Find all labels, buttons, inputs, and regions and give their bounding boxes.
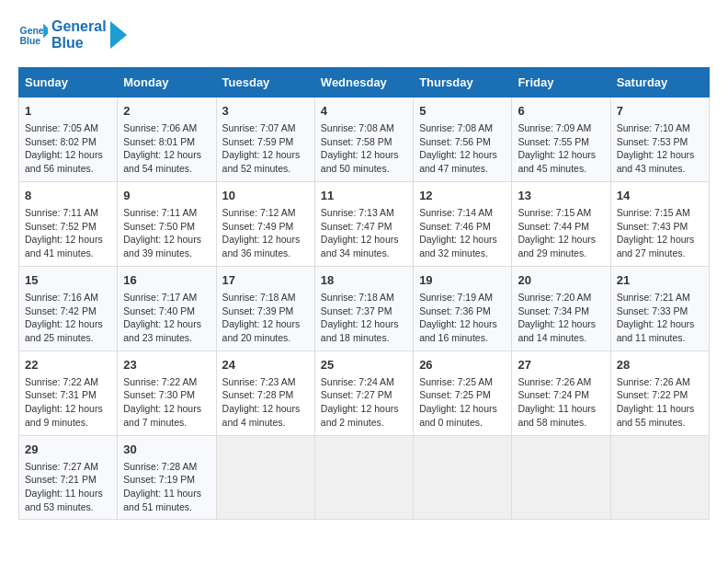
sunrise-label: Sunrise: 7:26 AM bbox=[617, 376, 690, 387]
sunset-label: Sunset: 7:40 PM bbox=[123, 305, 195, 316]
sunset-label: Sunset: 7:24 PM bbox=[518, 389, 589, 400]
daylight-label: Daylight: 12 hours and 4 minutes. bbox=[222, 403, 301, 428]
sunset-label: Sunset: 7:27 PM bbox=[321, 389, 392, 400]
weekday-header: Thursday bbox=[414, 67, 512, 97]
sunset-label: Sunset: 7:36 PM bbox=[419, 305, 491, 316]
calendar-day-cell: 15Sunrise: 7:16 AMSunset: 7:42 PMDayligh… bbox=[19, 266, 118, 350]
sunrise-label: Sunrise: 7:22 AM bbox=[123, 376, 197, 387]
sunset-label: Sunset: 7:53 PM bbox=[617, 136, 688, 147]
sunrise-label: Sunrise: 7:08 AM bbox=[419, 122, 493, 133]
sunset-label: Sunset: 7:44 PM bbox=[518, 221, 589, 232]
calendar-day-cell: 23Sunrise: 7:22 AMSunset: 7:30 PMDayligh… bbox=[118, 350, 216, 435]
sunrise-label: Sunrise: 7:19 AM bbox=[419, 292, 493, 303]
sunrise-label: Sunrise: 7:26 AM bbox=[518, 376, 591, 387]
daylight-label: Daylight: 12 hours and 29 minutes. bbox=[518, 234, 596, 259]
calendar-day-cell: 5Sunrise: 7:08 AMSunset: 7:56 PMDaylight… bbox=[414, 97, 512, 181]
sunset-label: Sunset: 7:50 PM bbox=[123, 221, 195, 232]
day-number: 30 bbox=[123, 442, 210, 458]
weekday-header: Monday bbox=[118, 67, 216, 97]
calendar-day-cell: 28Sunrise: 7:26 AMSunset: 7:22 PMDayligh… bbox=[610, 350, 709, 435]
calendar-day-cell: 30Sunrise: 7:28 AMSunset: 7:19 PMDayligh… bbox=[118, 435, 216, 520]
weekday-header: Saturday bbox=[610, 67, 709, 97]
weekday-header: Sunday bbox=[19, 67, 118, 97]
daylight-label: Daylight: 12 hours and 11 minutes. bbox=[617, 318, 695, 343]
svg-marker-3 bbox=[110, 21, 127, 49]
sunrise-label: Sunrise: 7:11 AM bbox=[123, 207, 197, 218]
daylight-label: Daylight: 11 hours and 51 minutes. bbox=[123, 488, 201, 512]
sunset-label: Sunset: 7:58 PM bbox=[321, 136, 392, 147]
sunrise-label: Sunrise: 7:06 AM bbox=[123, 122, 197, 133]
sunrise-label: Sunrise: 7:24 AM bbox=[321, 376, 394, 387]
day-number: 14 bbox=[617, 188, 703, 204]
day-number: 11 bbox=[321, 188, 407, 204]
calendar-week-row: 15Sunrise: 7:16 AMSunset: 7:42 PMDayligh… bbox=[19, 266, 710, 350]
calendar-day-cell: 3Sunrise: 7:07 AMSunset: 7:59 PMDaylight… bbox=[216, 97, 314, 181]
calendar-day-cell: 2Sunrise: 7:06 AMSunset: 8:01 PMDaylight… bbox=[118, 97, 216, 181]
sunrise-label: Sunrise: 7:07 AM bbox=[222, 122, 296, 133]
sunrise-label: Sunrise: 7:23 AM bbox=[222, 376, 296, 387]
sunrise-label: Sunrise: 7:20 AM bbox=[518, 292, 591, 303]
calendar-day-cell bbox=[414, 435, 512, 520]
calendar-day-cell: 14Sunrise: 7:15 AMSunset: 7:43 PMDayligh… bbox=[610, 181, 709, 266]
sunrise-label: Sunrise: 7:11 AM bbox=[25, 207, 98, 218]
sunrise-label: Sunrise: 7:05 AM bbox=[25, 122, 98, 133]
daylight-label: Daylight: 12 hours and 47 minutes. bbox=[419, 149, 497, 174]
day-number: 28 bbox=[617, 357, 703, 373]
daylight-label: Daylight: 12 hours and 27 minutes. bbox=[617, 234, 695, 259]
day-number: 1 bbox=[25, 103, 111, 120]
calendar-day-cell: 13Sunrise: 7:15 AMSunset: 7:44 PMDayligh… bbox=[512, 181, 610, 266]
calendar-table: SundayMondayTuesdayWednesdayThursdayFrid… bbox=[18, 67, 710, 521]
calendar-header: SundayMondayTuesdayWednesdayThursdayFrid… bbox=[19, 67, 710, 97]
sunrise-label: Sunrise: 7:12 AM bbox=[222, 207, 296, 218]
calendar-day-cell bbox=[216, 435, 314, 520]
logo: General Blue General Blue bbox=[18, 18, 127, 52]
sunset-label: Sunset: 7:25 PM bbox=[419, 389, 491, 400]
sunrise-label: Sunrise: 7:21 AM bbox=[617, 292, 690, 303]
day-number: 4 bbox=[321, 103, 407, 120]
daylight-label: Daylight: 12 hours and 16 minutes. bbox=[419, 318, 497, 343]
sunset-label: Sunset: 7:55 PM bbox=[518, 136, 589, 147]
day-number: 19 bbox=[419, 272, 506, 289]
daylight-label: Daylight: 12 hours and 9 minutes. bbox=[25, 403, 103, 428]
daylight-label: Daylight: 12 hours and 7 minutes. bbox=[123, 403, 201, 428]
sunset-label: Sunset: 7:30 PM bbox=[123, 389, 195, 400]
calendar-day-cell bbox=[512, 435, 610, 520]
day-number: 16 bbox=[123, 272, 210, 289]
day-number: 25 bbox=[321, 357, 407, 373]
day-number: 20 bbox=[518, 272, 604, 289]
sunset-label: Sunset: 7:33 PM bbox=[617, 305, 688, 316]
calendar-day-cell bbox=[610, 435, 709, 520]
daylight-label: Daylight: 12 hours and 32 minutes. bbox=[419, 234, 497, 259]
daylight-label: Daylight: 12 hours and 52 minutes. bbox=[222, 149, 301, 174]
sunrise-label: Sunrise: 7:10 AM bbox=[617, 122, 690, 133]
sunset-label: Sunset: 7:39 PM bbox=[222, 305, 294, 316]
sunset-label: Sunset: 7:43 PM bbox=[617, 221, 688, 232]
day-number: 5 bbox=[419, 103, 506, 120]
sunrise-label: Sunrise: 7:15 AM bbox=[518, 207, 591, 218]
sunrise-label: Sunrise: 7:13 AM bbox=[321, 207, 394, 218]
daylight-label: Daylight: 12 hours and 23 minutes. bbox=[123, 318, 201, 343]
daylight-label: Daylight: 12 hours and 18 minutes. bbox=[321, 318, 399, 343]
calendar-day-cell: 24Sunrise: 7:23 AMSunset: 7:28 PMDayligh… bbox=[216, 350, 314, 435]
sunrise-label: Sunrise: 7:15 AM bbox=[617, 207, 690, 218]
day-number: 17 bbox=[222, 272, 309, 289]
day-number: 9 bbox=[123, 188, 210, 204]
logo-line2: Blue bbox=[51, 35, 107, 52]
sunset-label: Sunset: 7:46 PM bbox=[419, 221, 491, 232]
day-number: 6 bbox=[518, 103, 604, 120]
daylight-label: Daylight: 12 hours and 20 minutes. bbox=[222, 318, 301, 343]
logo-arrow-icon bbox=[110, 21, 127, 49]
daylight-label: Daylight: 11 hours and 55 minutes. bbox=[617, 403, 695, 428]
day-number: 2 bbox=[123, 103, 210, 120]
sunrise-label: Sunrise: 7:25 AM bbox=[419, 376, 493, 387]
day-number: 7 bbox=[617, 103, 703, 120]
sunrise-label: Sunrise: 7:28 AM bbox=[123, 461, 197, 472]
daylight-label: Daylight: 11 hours and 58 minutes. bbox=[518, 403, 596, 428]
sunset-label: Sunset: 7:42 PM bbox=[25, 305, 97, 316]
sunset-label: Sunset: 7:31 PM bbox=[25, 389, 97, 400]
calendar-day-cell: 16Sunrise: 7:17 AMSunset: 7:40 PMDayligh… bbox=[118, 266, 216, 350]
day-number: 29 bbox=[25, 442, 111, 458]
sunset-label: Sunset: 7:22 PM bbox=[617, 389, 688, 400]
day-number: 21 bbox=[617, 272, 703, 289]
day-number: 18 bbox=[321, 272, 407, 289]
